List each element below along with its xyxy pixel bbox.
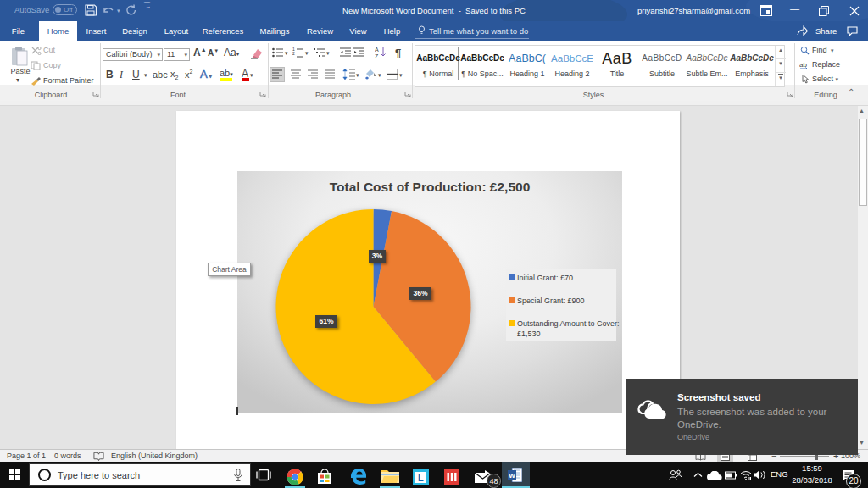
- svg-text:A: A: [375, 47, 379, 53]
- svg-text:W: W: [509, 472, 515, 480]
- svg-text:L: L: [418, 473, 424, 483]
- svg-text:Z: Z: [375, 53, 379, 58]
- svg-text:2: 2: [292, 51, 295, 56]
